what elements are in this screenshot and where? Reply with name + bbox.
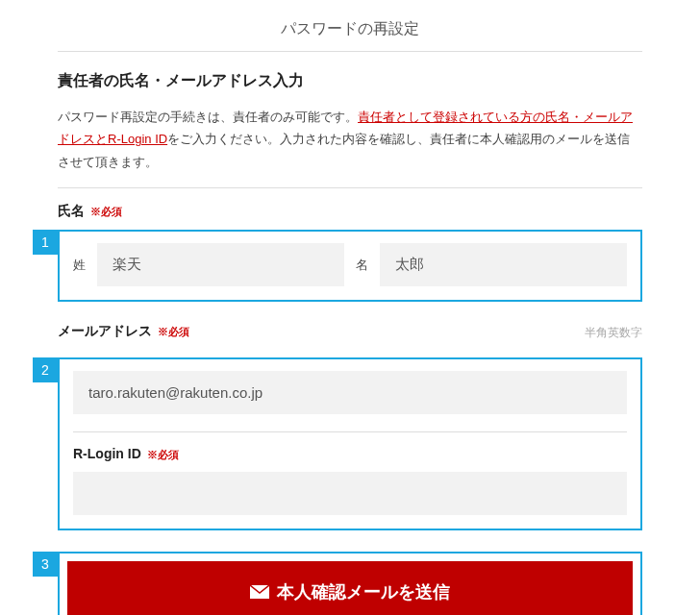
email-hint: 半角英数字 [585, 325, 642, 341]
required-badge: ※必須 [158, 325, 189, 339]
callout-badge-1: 1 [33, 230, 58, 255]
rlogin-label-text: R-Login ID [73, 446, 141, 461]
submit-button[interactable]: 本人確認メールを送信 [67, 561, 633, 615]
callout-badge-2: 2 [33, 357, 58, 382]
sei-input[interactable] [97, 243, 344, 286]
name-label-text: 氏名 [58, 203, 85, 220]
envelope-icon [250, 585, 269, 599]
name-callout: 1 姓 名 [58, 230, 642, 302]
page-title: パスワードの再設定 [58, 19, 642, 52]
required-badge: ※必須 [90, 205, 122, 219]
callout-badge-3: 3 [33, 552, 58, 577]
section-title: 責任者の氏名・メールアドレス入力 [58, 71, 642, 91]
email-label-text: メールアドレス [58, 323, 152, 340]
name-field-label: 氏名 ※必須 [58, 203, 642, 220]
required-badge: ※必須 [147, 448, 179, 462]
rlogin-input[interactable] [73, 472, 627, 515]
submit-label: 本人確認メールを送信 [277, 580, 450, 603]
description-text: パスワード再設定の手続きは、責任者のみ可能です。責任者として登録されている方の氏… [58, 106, 642, 188]
desc-pre: パスワード再設定の手続きは、責任者のみ可能です。 [58, 110, 358, 124]
email-callout: 2 R-Login ID ※必須 [58, 357, 642, 530]
field-divider [73, 431, 627, 432]
email-input[interactable] [73, 371, 627, 414]
mei-label: 名 [356, 257, 368, 274]
sei-label: 姓 [73, 257, 86, 274]
mei-input[interactable] [380, 243, 627, 286]
email-label-row: メールアドレス ※必須 半角英数字 [58, 323, 642, 340]
submit-callout: 3 本人確認メールを送信 [58, 552, 642, 615]
